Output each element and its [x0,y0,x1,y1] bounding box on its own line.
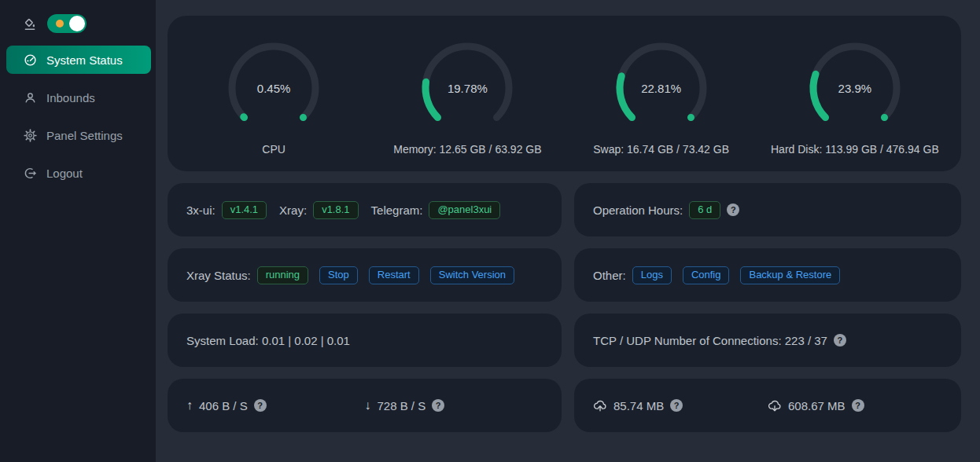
sidebar-item-label: Panel Settings [46,129,123,142]
sidebar: System Status Inbounds [0,0,156,462]
xray-version-tag: v1.8.1 [313,201,358,219]
disk-percent: 23.9% [806,39,904,137]
question-icon[interactable]: ? [727,204,739,216]
system-load-card: System Load: 0.01 | 0.02 | 0.01 [168,314,562,367]
disk-label: Hard Disk: 113.99 GB / 476.94 GB [771,143,939,156]
xray-status-card: Xray Status: running Stop Restart Switch… [168,248,562,302]
question-icon[interactable]: ? [834,334,846,346]
net-total-card: 85.74 MB ? 608.67 MB ? [574,379,961,432]
xui-version-label: 3x-ui: [186,204,216,217]
sidebar-item-panel-settings[interactable]: Panel Settings [6,121,151,149]
total-received-text: 608.67 MB [788,399,846,412]
sidebar-item-label: Inbounds [46,91,95,104]
telegram-link-tag[interactable]: @panel3xui [429,201,500,219]
user-icon [24,91,37,104]
main-content: 0.45% CPU 19.78% Memory: 12.65 GB / 63.9… [156,0,980,462]
swap-gauge-chart: 22.81% [613,39,710,137]
logout-icon [24,167,37,180]
dashboard-icon [24,53,37,67]
sidebar-menu: System Status Inbounds [0,46,156,187]
theme-fill-icon [23,16,37,31]
upload-speed: ↑ 406 B / S ? [186,398,365,412]
telegram-label: Telegram: [371,204,423,217]
memory-label: Memory: 12.65 GB / 63.92 GB [393,143,541,156]
theme-toggle-switch[interactable] [47,14,87,33]
swap-label: Swap: 16.74 GB / 73.42 GB [593,143,729,156]
resource-gauges-card: 0.45% CPU 19.78% Memory: 12.65 GB / 63.9… [168,16,961,171]
cpu-gauge-chart: 0.45% [225,39,322,137]
question-icon[interactable]: ? [432,399,444,412]
memory-gauge-chart: 19.78% [418,39,516,137]
row-network: ↑ 406 B / S ? ↓ 728 B / S ? 85.74 M [168,379,961,432]
sidebar-item-system-status[interactable]: System Status [6,46,151,74]
xray-status-tag: running [257,266,308,284]
theme-controls [0,14,156,33]
gauge-cpu: 0.45% CPU [177,39,370,171]
net-speed-card: ↑ 406 B / S ? ↓ 728 B / S ? [168,379,562,432]
config-button[interactable]: Config [683,266,730,284]
connections-text: TCP / UDP Number of Connections: 223 / 3… [593,334,827,347]
gear-icon [24,129,37,142]
question-icon[interactable]: ? [254,399,267,412]
logs-button[interactable]: Logs [632,266,672,284]
sidebar-item-label: System Status [46,53,123,67]
switch-version-button[interactable]: Switch Version [430,266,514,284]
sidebar-item-logout[interactable]: Logout [6,159,151,187]
cloud-upload-icon [593,398,607,412]
total-sent: 85.74 MB ? [593,398,768,412]
other-actions-card: Other: Logs Config Backup & Restore [574,248,961,302]
disk-gauge-chart: 23.9% [806,39,904,137]
toggle-knob [69,16,85,31]
download-speed: ↓ 728 B / S ? [365,398,543,412]
sidebar-item-label: Logout [46,167,83,180]
backup-restore-button[interactable]: Backup & Restore [740,266,840,284]
gauge-hard-disk: 23.9% Hard Disk: 113.99 GB / 476.94 GB [758,39,952,171]
question-icon[interactable]: ? [852,399,864,412]
gauge-memory: 19.78% Memory: 12.65 GB / 63.92 GB [370,39,564,171]
arrow-down-icon: ↓ [365,398,371,412]
sidebar-item-inbounds[interactable]: Inbounds [6,83,151,112]
cpu-label: CPU [262,143,286,156]
row-xray-status: Xray Status: running Stop Restart Switch… [168,248,961,302]
operation-hours-label: Operation Hours: [593,204,683,217]
total-sent-text: 85.74 MB [613,399,664,412]
operation-hours-tag: 6 d [689,201,720,219]
cloud-download-icon [768,398,782,412]
xray-status-label: Xray Status: [186,269,251,282]
memory-percent: 19.78% [418,39,516,137]
total-received: 608.67 MB ? [768,398,942,412]
arrow-up-icon: ↑ [186,398,193,412]
xui-version-tag: v1.4.1 [222,201,267,219]
upload-speed-text: 406 B / S [199,399,248,412]
stop-button[interactable]: Stop [319,266,358,284]
versions-card: 3x-ui: v1.4.1 Xray: v1.8.1 Telegram: @pa… [168,183,562,236]
xray-version-label: Xray: [279,204,307,217]
system-load-text: System Load: 0.01 | 0.02 | 0.01 [186,334,350,347]
operation-hours-card: Operation Hours: 6 d ? [574,183,961,236]
toggle-dot-icon [56,20,64,28]
question-icon[interactable]: ? [670,399,683,412]
row-system-load: System Load: 0.01 | 0.02 | 0.01 TCP / UD… [168,314,961,367]
connections-card: TCP / UDP Number of Connections: 223 / 3… [574,314,961,367]
download-speed-text: 728 B / S [378,399,426,412]
gauge-swap: 22.81% Swap: 16.74 GB / 73.42 GB [565,39,758,171]
restart-button[interactable]: Restart [369,266,419,284]
cpu-percent: 0.45% [225,39,322,137]
row-versions: 3x-ui: v1.4.1 Xray: v1.8.1 Telegram: @pa… [168,183,961,236]
other-label: Other: [593,269,626,282]
swap-percent: 22.81% [613,39,710,137]
